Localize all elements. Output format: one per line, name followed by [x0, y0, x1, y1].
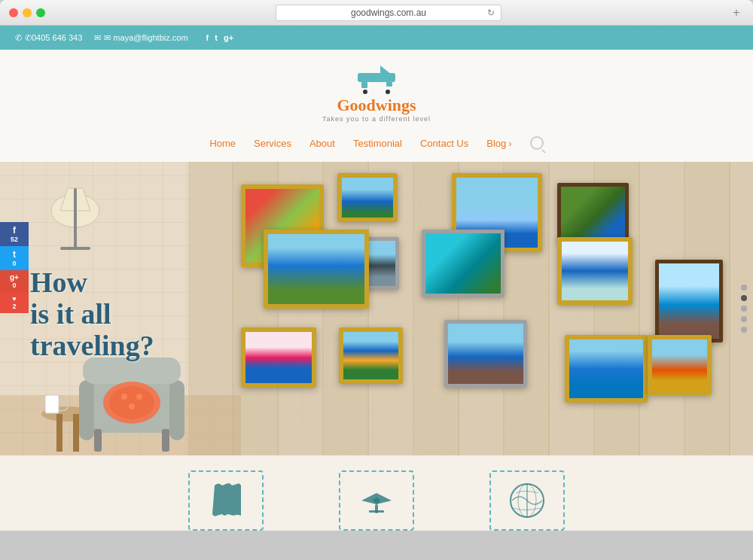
email-icon: ✉: [94, 33, 101, 43]
nav-services[interactable]: Services: [254, 138, 291, 149]
frame-water: [337, 173, 398, 222]
svg-rect-12: [73, 414, 79, 452]
photo-city: [561, 187, 625, 239]
feature-icon-2: [339, 470, 414, 531]
svg-rect-7: [74, 188, 77, 248]
scroll-dot-5[interactable]: [741, 327, 747, 333]
email-info: ✉ ✉ maya@flightbiz.com: [94, 33, 187, 43]
svg-rect-8: [60, 247, 90, 250]
svg-rect-13: [45, 395, 59, 413]
phone-icon: ✆: [15, 33, 22, 43]
new-tab-button[interactable]: +: [729, 6, 744, 20]
frame-dock: [655, 260, 723, 342]
dot-yellow[interactable]: [23, 8, 32, 17]
scroll-dot-1[interactable]: [741, 285, 747, 291]
gplus-sidebar-btn[interactable]: g+ 0: [0, 270, 29, 292]
svg-rect-15: [79, 380, 94, 440]
nav-about[interactable]: About: [309, 138, 335, 149]
map-silhouette: [203, 478, 248, 523]
svg-point-19: [109, 386, 154, 419]
svg-rect-3: [386, 82, 392, 87]
nav-home[interactable]: Home: [209, 138, 236, 149]
svg-rect-16: [169, 380, 184, 440]
logo-icon: [350, 62, 403, 96]
lamp-icon: [45, 173, 105, 271]
gplus-count: 0: [0, 282, 29, 289]
photo-frames-container: [226, 169, 738, 455]
frame-city: [557, 183, 629, 243]
top-facebook-icon[interactable]: f: [206, 33, 209, 42]
site-header: Goodwings Takes you to a different level…: [0, 50, 753, 162]
hero-line1: How: [30, 266, 87, 298]
browser-address-bar: goodwings.com.au: [54, 5, 723, 21]
svg-point-22: [129, 403, 135, 409]
photo-tropical: [343, 332, 398, 379]
svg-rect-26: [369, 510, 384, 513]
top-bar: ✆ ✆0405 646 343 ✉ ✉ maya@flightbiz.com f…: [0, 26, 753, 50]
photo-hammock: [425, 233, 501, 294]
frame-tropical: [339, 327, 403, 384]
twitter-sidebar-btn[interactable]: t 0: [0, 246, 29, 270]
feature-icon-3: [489, 470, 565, 531]
photo-swim: [569, 339, 643, 398]
logo-tagline: Takes you to a different level: [322, 115, 431, 123]
social-sidebar: f 52 t 0 g+ 0 ♥ 2: [0, 222, 29, 313]
frame-pier: [444, 320, 527, 388]
logo-area: Goodwings Takes you to a different level: [322, 62, 431, 123]
nav-contact[interactable]: Contact Us: [420, 138, 468, 149]
photo-resort: [268, 234, 364, 304]
svg-rect-23: [94, 429, 102, 452]
search-icon[interactable]: [530, 136, 544, 150]
scroll-indicator: [741, 285, 747, 333]
nav-blog[interactable]: Blog ›: [486, 138, 511, 149]
dot-red[interactable]: [9, 8, 18, 17]
hero-section: How is it all traveling?: [0, 162, 753, 455]
email-address: ✉ maya@flightbiz.com: [104, 33, 187, 43]
frame-resort: [264, 230, 369, 309]
browser-chrome: goodwings.com.au +: [0, 0, 753, 26]
dot-green[interactable]: [36, 8, 45, 17]
top-twitter-icon[interactable]: t: [215, 33, 218, 42]
plane-silhouette: [354, 478, 399, 523]
svg-rect-24: [162, 429, 169, 452]
scroll-dot-2[interactable]: [741, 295, 747, 301]
heart-sidebar-btn[interactable]: ♥ 2: [0, 292, 29, 313]
gplus-sidebar-icon: g+: [0, 273, 29, 282]
facebook-sidebar-btn[interactable]: f 52: [0, 222, 29, 246]
url-bar[interactable]: goodwings.com.au: [276, 5, 501, 21]
scroll-dot-3[interactable]: [741, 306, 747, 312]
svg-point-5: [386, 90, 390, 94]
nav-testimonial[interactable]: Testimonial: [353, 138, 402, 149]
photo-dock: [659, 263, 719, 339]
frame-desert: [648, 335, 712, 395]
facebook-count: 52: [0, 236, 29, 243]
frame-bridge: [241, 327, 316, 388]
heart-count: 2: [0, 303, 29, 310]
frame-hammock: [422, 230, 505, 297]
svg-point-20: [121, 394, 127, 400]
browser-titlebar: goodwings.com.au +: [0, 0, 753, 26]
top-social-icons: f t g+: [206, 33, 234, 42]
lamp-decoration: [45, 173, 105, 274]
features-section: [0, 455, 753, 531]
twitter-count: 0: [0, 260, 29, 267]
phone-number: ✆0405 646 343: [25, 33, 82, 43]
heart-sidebar-icon: ♥: [0, 295, 29, 303]
photo-desert: [652, 339, 707, 391]
svg-rect-11: [56, 414, 62, 452]
phone-info: ✆ ✆0405 646 343: [15, 33, 82, 43]
photo-bridge: [245, 332, 312, 383]
hero-heading: How is it all traveling?: [30, 267, 154, 361]
frame-coast: [557, 237, 633, 305]
frame-swim: [565, 335, 648, 403]
scroll-dot-4[interactable]: [741, 316, 747, 322]
twitter-sidebar-icon: t: [0, 249, 29, 260]
photo-coast: [562, 242, 628, 300]
facebook-sidebar-icon: f: [0, 225, 29, 236]
photo-pier: [448, 324, 523, 384]
top-gplus-icon[interactable]: g+: [224, 33, 233, 42]
website-content: ✆ ✆0405 646 343 ✉ ✉ maya@flightbiz.com f…: [0, 26, 753, 531]
hero-line3: traveling?: [30, 330, 154, 361]
photo-water: [342, 178, 393, 218]
hero-text: How is it all traveling?: [30, 267, 154, 361]
